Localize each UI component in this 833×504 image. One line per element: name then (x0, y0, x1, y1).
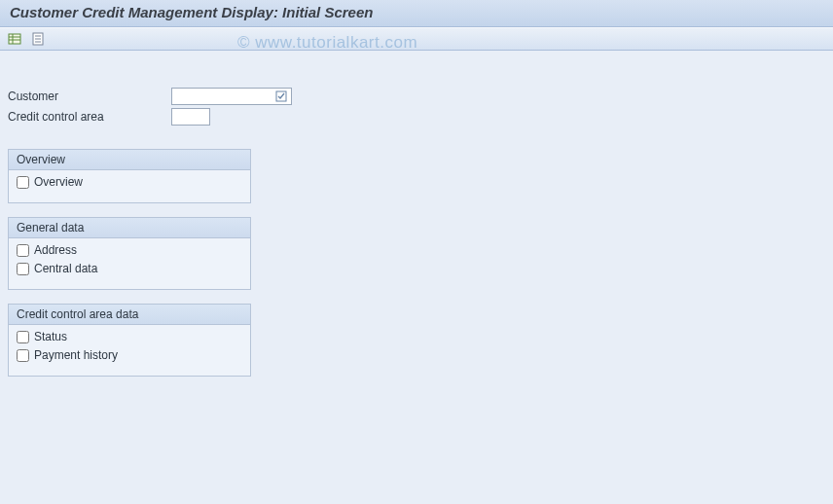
title-bar: Customer Credit Management Display: Init… (0, 0, 833, 27)
check-row-payment-history: Payment history (9, 345, 250, 362)
group-overview: Overview Overview (8, 149, 251, 203)
checkbox-label-payment-history: Payment history (34, 348, 118, 362)
group-title-overview: Overview (9, 150, 250, 170)
check-row-status: Status (9, 327, 250, 343)
customer-row: Customer (8, 88, 825, 105)
credit-control-area-label: Credit control area (8, 110, 171, 124)
texts-button[interactable] (29, 30, 47, 48)
checkbox-label-address: Address (34, 243, 77, 257)
table-green-icon (7, 31, 22, 47)
checkbox-status[interactable] (17, 331, 29, 343)
customer-label: Customer (8, 90, 171, 103)
checkbox-payment-history[interactable] (17, 349, 29, 362)
checkbox-overview[interactable] (17, 176, 29, 189)
credit-control-area-input[interactable] (171, 108, 210, 126)
svg-rect-0 (9, 34, 20, 44)
customer-input[interactable] (171, 88, 292, 105)
checkbox-label-central-data: Central data (34, 262, 97, 275)
document-icon (30, 31, 46, 47)
checkbox-label-overview: Overview (34, 175, 83, 189)
group-credit-control-area-data: Credit control area data Status Payment … (8, 304, 251, 377)
check-row-address: Address (9, 240, 250, 257)
checkbox-address[interactable] (17, 244, 29, 257)
checkbox-central-data[interactable] (17, 263, 29, 275)
check-row-overview: Overview (9, 172, 250, 189)
content-area: Customer Credit control area Overview Ov… (0, 51, 833, 398)
application-toolbar (0, 27, 833, 51)
group-title-general-data: General data (9, 218, 250, 238)
group-title-ccad: Credit control area data (9, 305, 250, 325)
groups-container: Overview Overview General data Address C… (8, 149, 825, 377)
page-title: Customer Credit Management Display: Init… (10, 4, 823, 20)
check-row-central-data: Central data (9, 259, 250, 275)
credit-control-area-row: Credit control area (8, 108, 825, 126)
admin-data-button[interactable] (6, 30, 23, 48)
checkbox-label-status: Status (34, 330, 67, 343)
group-general-data: General data Address Central data (8, 217, 251, 290)
